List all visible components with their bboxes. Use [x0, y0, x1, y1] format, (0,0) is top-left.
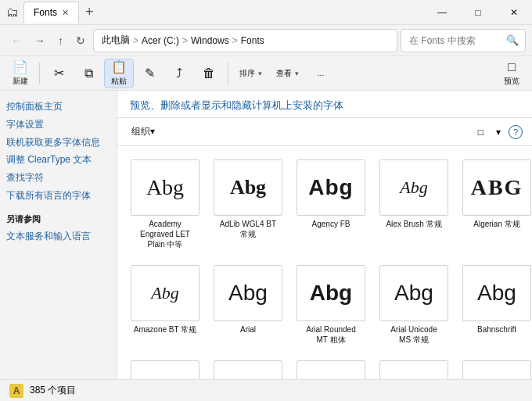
- font-item[interactable]: AbgArial Rounded MT 粗体: [293, 260, 369, 349]
- font-preview: Abg: [131, 265, 200, 321]
- sep-2: [228, 63, 228, 84]
- font-grid: AbgAcademy Engraved LET Plain 中等AbgAdLib…: [117, 146, 532, 379]
- tab-close-button[interactable]: ✕: [62, 8, 69, 18]
- minimize-button[interactable]: —: [424, 0, 460, 25]
- path-windows[interactable]: Windows: [191, 35, 229, 46]
- address-bar: ← → ↑ ↻ 此电脑 > Acer (C:) > Windows > Font…: [0, 25, 532, 56]
- rename-icon: ✎: [145, 66, 155, 81]
- font-name: Arial: [240, 324, 256, 335]
- help-button[interactable]: ?: [509, 125, 523, 139]
- font-preview: Abg: [297, 360, 365, 379]
- font-preview: ABG: [214, 360, 282, 379]
- path-drive[interactable]: Acer (C:): [142, 35, 179, 46]
- cut-button[interactable]: ✂: [45, 59, 73, 88]
- window-controls: — □ ✕: [424, 0, 532, 25]
- font-item[interactable]: Abgrow3e: [458, 355, 532, 379]
- copy-icon: ⧉: [84, 66, 93, 81]
- status-count: 385 个项目: [30, 384, 76, 397]
- font-item[interactable]: Abgrow3c: [293, 355, 369, 379]
- sort-label: 排序: [239, 68, 255, 79]
- maximize-button[interactable]: □: [460, 0, 496, 25]
- close-button[interactable]: ✕: [496, 0, 532, 25]
- delete-button[interactable]: 🗑: [195, 59, 223, 88]
- sidebar-link[interactable]: 下载所有语言的字体: [6, 189, 110, 202]
- folder-icon: 🗂: [6, 5, 19, 20]
- refresh-button[interactable]: ↻: [71, 31, 90, 50]
- font-name: Agency FB: [312, 219, 350, 229]
- font-item[interactable]: ABGrow3a: [127, 355, 203, 379]
- share-button[interactable]: ⤴: [165, 59, 193, 88]
- grid-view-button[interactable]: □: [473, 124, 488, 140]
- sidebar-link[interactable]: 联机获取更多字体信息: [6, 136, 110, 149]
- font-item[interactable]: AbgAlex Brush 常规: [376, 154, 452, 253]
- sep-1: [39, 63, 40, 84]
- view-dropdown-button[interactable]: ▾: [491, 124, 505, 140]
- font-item[interactable]: ABGrow3b: [210, 355, 286, 379]
- new-icon: 📄: [13, 59, 28, 74]
- active-tab[interactable]: Fonts ✕: [23, 2, 79, 23]
- font-item[interactable]: AbgArial: [210, 260, 286, 349]
- font-item[interactable]: AbgAcademy Engraved LET Plain 中等: [127, 154, 203, 253]
- status-icon: A: [9, 384, 23, 398]
- search-box[interactable]: 🔍: [401, 29, 526, 52]
- sort-dropdown-icon: ▾: [258, 70, 262, 77]
- path-computer[interactable]: 此电脑: [102, 34, 130, 47]
- more-button[interactable]: ...: [307, 59, 335, 88]
- main-area: 控制面板主页字体设置联机获取更多字体信息调整 ClearType 文本查找字符下…: [0, 91, 532, 379]
- content-area: 预览、删除或者显示和隐藏计算机上安装的字体 组织▾ □ ▾ ? AbgAcade…: [117, 91, 532, 379]
- organize-button[interactable]: 组织▾: [127, 123, 160, 141]
- path-fonts[interactable]: Fonts: [241, 35, 264, 46]
- sidebar-also-link[interactable]: 文本服务和输入语言: [6, 230, 110, 243]
- font-item[interactable]: AbgArial Unicode MS 常规: [376, 260, 452, 349]
- font-preview: Abg: [379, 265, 448, 321]
- address-path[interactable]: 此电脑 > Acer (C:) > Windows > Fonts: [93, 29, 397, 52]
- back-button[interactable]: ←: [6, 31, 27, 50]
- font-item[interactable]: Abgrow3d: [376, 355, 452, 379]
- view-label: 查看: [276, 68, 292, 79]
- new-label: 新建: [13, 76, 28, 87]
- font-name: Arial Unicode MS 常规: [390, 324, 437, 345]
- font-item[interactable]: AbgAmazone BT 常规: [127, 260, 203, 349]
- font-preview: Abg: [131, 159, 200, 216]
- sidebar-link[interactable]: 调整 ClearType 文本: [6, 153, 110, 166]
- font-preview: Abg: [297, 265, 365, 321]
- font-preview: Abg: [379, 360, 448, 379]
- forward-button[interactable]: →: [30, 31, 50, 50]
- cut-icon: ✂: [54, 66, 64, 81]
- font-preview: Abg: [462, 265, 531, 321]
- font-item[interactable]: ABGAlgerian 常规: [458, 154, 532, 253]
- font-item[interactable]: AbgAgency FB: [293, 154, 369, 253]
- font-name: Algerian 常规: [473, 219, 519, 229]
- content-toolbar: 组织▾ □ ▾ ?: [117, 118, 532, 146]
- font-item[interactable]: AbgBahnschrift: [458, 260, 532, 349]
- delete-icon: 🗑: [203, 66, 215, 81]
- new-button[interactable]: 📄 新建: [6, 59, 34, 88]
- font-name: Amazone BT 常规: [134, 324, 196, 335]
- paste-icon: 📋: [111, 59, 127, 74]
- view-button[interactable]: 查看 ▾: [270, 59, 305, 88]
- font-item[interactable]: AbgAdLib WGL4 BT 常规: [210, 154, 286, 253]
- copy-button[interactable]: ⧉: [74, 59, 102, 88]
- sidebar-link[interactable]: 控制面板主页: [6, 100, 110, 113]
- up-button[interactable]: ↑: [53, 31, 68, 50]
- font-preview: Abg: [379, 159, 448, 216]
- sort-button[interactable]: 排序 ▾: [233, 59, 268, 88]
- rename-button[interactable]: ✎: [135, 59, 164, 88]
- search-input[interactable]: [409, 35, 503, 46]
- preview-button[interactable]: □ 预览: [498, 59, 526, 88]
- share-icon: ⤴: [176, 66, 182, 81]
- tab-label: Fonts: [34, 7, 57, 18]
- font-preview: Abg: [214, 159, 282, 216]
- font-preview: Abg: [297, 159, 365, 216]
- font-name: Alex Brush 常规: [386, 219, 441, 229]
- also-see-section: 另请参阅 文本服务和输入语言: [6, 213, 110, 243]
- sidebar-also-links: 文本服务和输入语言: [6, 230, 110, 243]
- new-tab-button[interactable]: +: [79, 4, 100, 20]
- sidebar-link[interactable]: 查找字符: [6, 171, 110, 184]
- path-sep-3: >: [232, 35, 238, 46]
- preview-label: 预览: [504, 76, 519, 87]
- sidebar-link[interactable]: 字体设置: [6, 118, 110, 131]
- view-dropdown-icon: ▾: [295, 70, 299, 77]
- font-preview: ABG: [462, 159, 531, 216]
- paste-button[interactable]: 📋 粘贴: [104, 59, 134, 88]
